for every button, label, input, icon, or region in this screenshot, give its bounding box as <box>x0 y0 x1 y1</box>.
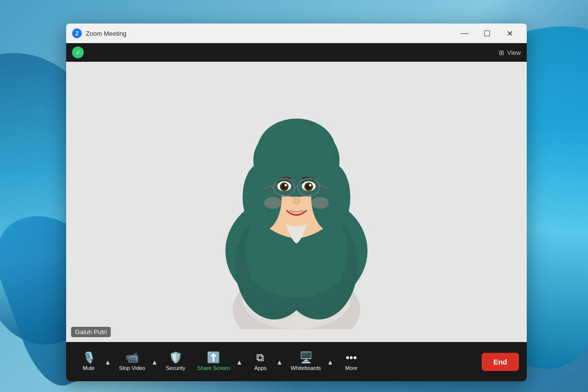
svg-point-24 <box>311 197 329 209</box>
whiteboards-group: 🖥️ Whiteboards ▲ <box>286 349 335 374</box>
stop-video-label: Stop Video <box>119 365 146 371</box>
share-screen-label: Share Screen <box>197 365 230 371</box>
avatar-svg <box>198 74 394 329</box>
stop-video-chevron[interactable]: ▲ <box>150 356 159 368</box>
zoom-logo: Z <box>72 28 82 38</box>
security-button[interactable]: 🛡️ Security <box>161 349 190 374</box>
bottom-controls: 🎙️ Mute ▲ 📹 Stop Video ▲ 🛡️ Security ⬆️ <box>66 342 527 381</box>
view-label: View <box>507 49 521 56</box>
maximize-button[interactable]: ☐ <box>476 25 498 41</box>
end-button[interactable]: End <box>482 353 519 371</box>
mute-group: 🎙️ Mute ▲ <box>74 349 112 374</box>
security-group: 🛡️ Security <box>161 349 190 374</box>
close-button[interactable]: ✕ <box>498 25 521 41</box>
mute-chevron[interactable]: ▲ <box>103 356 112 368</box>
view-button[interactable]: ⊞ View <box>499 49 521 56</box>
whiteboards-chevron[interactable]: ▲ <box>326 356 335 368</box>
apps-chevron[interactable]: ▲ <box>275 356 284 368</box>
share-screen-chevron[interactable]: ▲ <box>235 356 244 368</box>
zoom-toolbar: ✓ ⊞ View <box>66 43 527 62</box>
participant-name: Galuh Putri <box>75 328 107 336</box>
title-bar: Z Zoom Meeting — ☐ ✕ <box>66 24 527 43</box>
stop-video-button[interactable]: 📹 Stop Video <box>114 349 150 374</box>
whiteboards-button[interactable]: 🖥️ Whiteboards <box>286 349 326 374</box>
window-title: Zoom Meeting <box>86 30 453 37</box>
share-screen-icon: ⬆️ <box>207 352 220 363</box>
svg-point-11 <box>311 163 350 231</box>
security-badge[interactable]: ✓ <box>72 47 84 58</box>
svg-point-19 <box>309 184 312 187</box>
participant-label: Galuh Putri <box>71 327 111 337</box>
svg-point-15 <box>285 184 287 187</box>
view-grid-icon: ⊞ <box>499 49 504 56</box>
more-label: More <box>345 365 357 371</box>
mute-button[interactable]: 🎙️ Mute <box>74 349 103 374</box>
stop-video-group: 📹 Stop Video ▲ <box>114 349 159 374</box>
more-icon: ••• <box>345 352 357 363</box>
share-screen-button[interactable]: ⬆️ Share Screen <box>192 349 235 374</box>
apps-icon: ⧉ <box>256 352 264 363</box>
security-icon: 🛡️ <box>169 352 182 363</box>
video-area: Galuh Putri <box>66 62 527 342</box>
svg-point-10 <box>243 163 282 231</box>
whiteboards-label: Whiteboards <box>291 365 321 371</box>
more-group: ••• More <box>337 349 366 374</box>
minimize-button[interactable]: — <box>453 25 476 41</box>
mute-icon: 🎙️ <box>82 352 96 363</box>
whiteboards-icon: 🖥️ <box>299 352 313 363</box>
apps-button[interactable]: ⧉ Apps <box>245 349 275 374</box>
zoom-logo-text: Z <box>75 30 79 36</box>
apps-label: Apps <box>254 365 267 371</box>
svg-point-22 <box>293 196 300 202</box>
zoom-window: Z Zoom Meeting — ☐ ✕ ✓ ⊞ View <box>66 24 527 381</box>
security-label: Security <box>166 365 185 371</box>
share-screen-group: ⬆️ Share Screen ▲ <box>192 349 244 374</box>
more-button[interactable]: ••• More <box>337 349 366 374</box>
apps-group: ⧉ Apps ▲ <box>245 349 284 374</box>
mute-label: Mute <box>83 365 95 371</box>
video-icon: 📹 <box>125 352 139 363</box>
avatar-container <box>66 62 527 342</box>
window-controls: — ☐ ✕ <box>453 25 521 41</box>
svg-point-23 <box>264 197 282 209</box>
